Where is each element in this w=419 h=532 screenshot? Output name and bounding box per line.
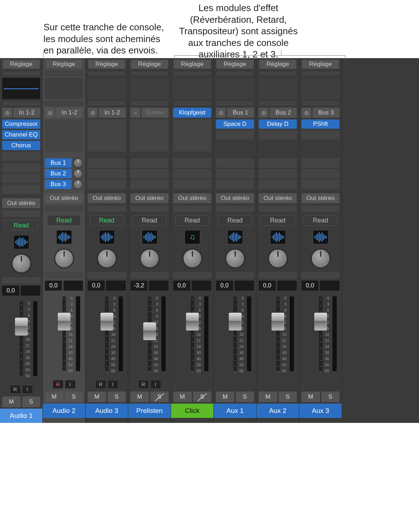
setting-button[interactable]: Réglage <box>130 59 169 69</box>
insert-slot-empty[interactable] <box>173 119 211 152</box>
send-slot-empty[interactable] <box>259 158 297 168</box>
output-slot[interactable]: Out stéréo <box>259 193 297 203</box>
insert-slot-empty[interactable] <box>130 119 169 152</box>
output-slot[interactable]: Out stéréo <box>45 193 83 203</box>
input-slot[interactable]: In 1-2 <box>13 108 40 118</box>
input-format-icon[interactable]: ◎ <box>45 108 55 118</box>
insert-slot[interactable]: Compressor <box>2 119 40 129</box>
gain-slot[interactable] <box>259 71 297 76</box>
midi-fx-slot[interactable] <box>259 101 297 106</box>
track-icon[interactable]: ♫ <box>185 230 200 244</box>
mute-button[interactable]: M <box>216 392 234 402</box>
gain-slot[interactable] <box>88 71 126 76</box>
send-slot-empty[interactable] <box>301 169 340 178</box>
midi-fx-slot[interactable] <box>2 101 40 106</box>
send-slot-empty[interactable] <box>88 158 126 168</box>
mute-button[interactable]: M <box>173 392 192 402</box>
peak-display[interactable] <box>149 281 169 291</box>
record-enable-button[interactable]: R <box>53 380 63 389</box>
input-format-icon[interactable]: ◎ <box>301 108 311 118</box>
send-slot-empty[interactable] <box>301 180 340 189</box>
midi-fx-slot[interactable] <box>45 101 83 106</box>
group-slot[interactable] <box>216 205 254 212</box>
send-slot[interactable]: Bus 3 <box>45 180 72 189</box>
record-enable-button[interactable]: R <box>95 380 106 389</box>
pan-knob[interactable] <box>97 249 117 268</box>
gain-slot[interactable] <box>301 71 340 76</box>
input-format-icon[interactable]: ◎ <box>259 108 269 118</box>
midi-fx-slot[interactable] <box>130 101 169 106</box>
pan-knob[interactable] <box>311 249 331 268</box>
send-slot-empty[interactable] <box>259 180 297 189</box>
peak-display[interactable] <box>277 281 297 291</box>
group-slot[interactable] <box>2 210 40 217</box>
insert-slot-empty[interactable] <box>259 130 297 139</box>
setting-button[interactable]: Réglage <box>2 59 40 69</box>
solo-button[interactable]: S <box>321 392 340 402</box>
input-monitor-button[interactable]: I <box>22 385 33 394</box>
midi-fx-slot[interactable] <box>216 101 254 106</box>
send-slot-empty[interactable] <box>130 180 169 189</box>
mute-button[interactable]: M <box>2 397 21 407</box>
automation-mode[interactable]: Read <box>90 215 124 226</box>
output-slot[interactable]: Out stéréo <box>130 193 169 203</box>
group-slot[interactable] <box>259 205 297 212</box>
pan-knob[interactable] <box>54 249 74 268</box>
insert-slot-empty[interactable] <box>45 119 83 152</box>
send-level-knob[interactable] <box>73 158 83 168</box>
peak-display[interactable] <box>21 286 40 296</box>
eq-thumbnail[interactable] <box>173 78 211 99</box>
input-slot[interactable]: Bus 2 <box>270 108 297 118</box>
input-monitor-button[interactable]: I <box>150 380 161 389</box>
insert-slot[interactable]: Chorus <box>2 141 40 150</box>
automation-mode[interactable]: Read <box>304 215 337 226</box>
track-icon[interactable] <box>14 235 29 249</box>
input-monitor-button[interactable]: I <box>108 380 118 389</box>
output-slot[interactable]: Out stéréo <box>216 193 254 203</box>
track-name[interactable]: Aux 2 <box>257 404 299 418</box>
send-slot-empty[interactable] <box>2 185 40 194</box>
input-slot[interactable]: In 1-2 <box>99 108 126 118</box>
group-slot[interactable] <box>173 205 211 212</box>
solo-button[interactable]: S <box>108 392 126 402</box>
input-slot[interactable]: Bus 1 <box>227 108 254 118</box>
eq-thumbnail[interactable] <box>216 78 254 99</box>
send-slot-empty[interactable] <box>301 158 340 168</box>
send-slot-empty[interactable] <box>88 180 126 189</box>
input-slot[interactable]: Entrée <box>141 108 169 118</box>
output-slot[interactable]: Out stéréo <box>301 193 340 203</box>
insert-slot[interactable]: Delay D <box>259 119 297 129</box>
track-name[interactable]: Audio 2 <box>43 404 85 418</box>
mute-button[interactable]: M <box>45 392 63 402</box>
track-name[interactable]: Aux 1 <box>214 404 256 418</box>
insert-slot-empty[interactable] <box>216 130 254 139</box>
pan-knob[interactable] <box>140 249 160 268</box>
insert-slot-empty[interactable] <box>301 130 340 139</box>
setting-button[interactable]: Réglage <box>301 59 340 69</box>
mute-button[interactable]: M <box>130 392 149 402</box>
automation-mode[interactable]: Read <box>218 215 252 226</box>
solo-button[interactable]: S <box>279 392 297 402</box>
input-format-icon[interactable]: ○ <box>130 108 140 118</box>
mute-button[interactable]: M <box>88 392 106 402</box>
track-name[interactable]: Aux 3 <box>299 404 342 418</box>
eq-thumbnail[interactable] <box>301 78 340 99</box>
track-name[interactable]: Click <box>171 404 213 418</box>
group-slot[interactable] <box>88 205 126 212</box>
mute-button[interactable]: M <box>301 392 320 402</box>
midi-fx-slot[interactable] <box>88 101 126 106</box>
track-name[interactable]: Audio 1 <box>0 409 42 423</box>
send-slot-empty[interactable] <box>173 158 211 168</box>
eq-thumbnail[interactable] <box>2 78 40 99</box>
send-slot-empty[interactable] <box>216 158 254 168</box>
pan-knob[interactable] <box>11 254 31 273</box>
solo-button[interactable]: S <box>236 392 254 402</box>
insert-slot[interactable]: PShft <box>301 119 340 129</box>
track-name[interactable]: Audio 3 <box>86 404 128 418</box>
send-slot-empty[interactable] <box>88 169 126 178</box>
send-slot-empty[interactable] <box>259 169 297 178</box>
input-format-icon[interactable]: ◎ <box>2 108 12 118</box>
automation-mode[interactable]: Read <box>133 215 166 226</box>
setting-button[interactable]: Réglage <box>173 59 211 69</box>
peak-display[interactable] <box>63 281 83 291</box>
